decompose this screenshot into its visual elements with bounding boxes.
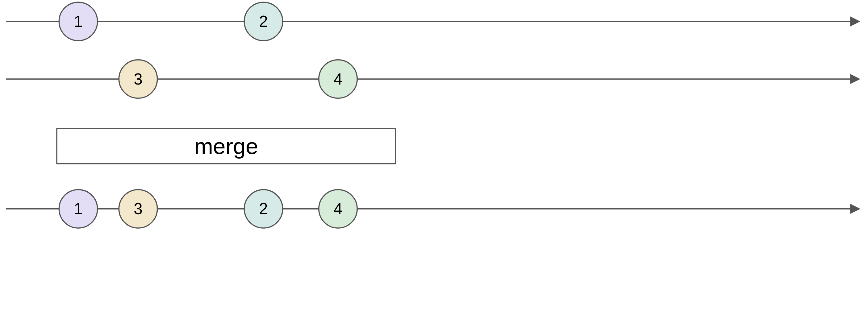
marble-diagram: 1 2 3 4 merge 1 3: [0, 0, 868, 324]
marble-o3-label: 2: [259, 200, 268, 218]
operator-label: merge: [194, 134, 258, 159]
input-stream-a: 1 2: [6, 2, 859, 40]
marble-a1: 1: [59, 2, 97, 40]
marble-b1: 3: [119, 60, 157, 98]
marble-a2: 2: [244, 2, 282, 40]
output-stream: 1 3 2 4: [6, 190, 859, 228]
operator-box: merge: [57, 129, 396, 164]
marble-a2-label: 2: [259, 13, 268, 30]
marble-o2-label: 3: [134, 200, 142, 218]
marble-b2: 4: [319, 60, 357, 98]
marble-o3: 2: [244, 190, 282, 228]
marble-b1-label: 3: [134, 70, 142, 88]
marble-a1-label: 1: [74, 13, 83, 30]
marble-o1: 1: [59, 190, 97, 228]
marble-b2-label: 4: [334, 70, 342, 88]
input-stream-b: 3 4: [6, 60, 859, 98]
marble-o2: 3: [119, 190, 157, 228]
marble-o4: 4: [319, 190, 357, 228]
marble-o1-label: 1: [74, 200, 83, 218]
marble-o4-label: 4: [334, 200, 342, 218]
